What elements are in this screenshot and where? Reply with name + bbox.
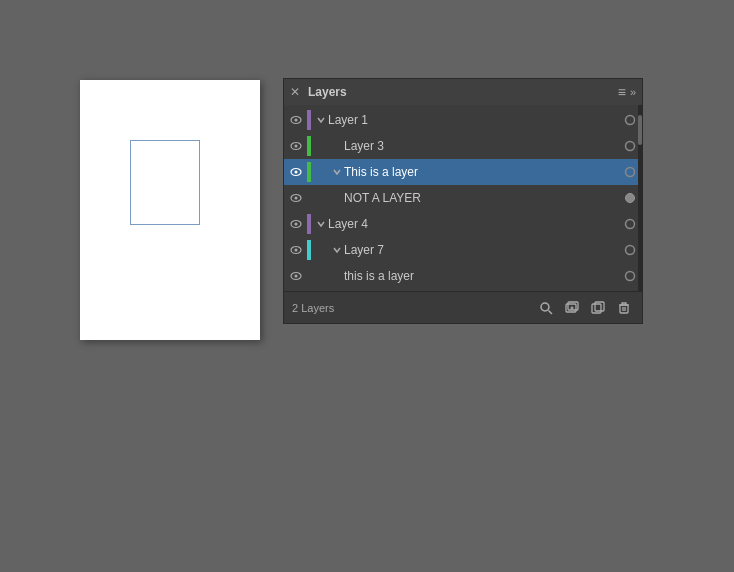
- svg-point-19: [295, 275, 298, 278]
- svg-point-4: [295, 145, 298, 148]
- visibility-icon[interactable]: [288, 216, 304, 232]
- layer-row[interactable]: Layer 4: [284, 211, 642, 237]
- panel-footer: 2 Layers: [284, 291, 642, 323]
- layer-row[interactable]: Layer 1: [284, 107, 642, 133]
- layer-name: Layer 1: [328, 113, 622, 127]
- layer-target-icon[interactable]: [622, 190, 638, 206]
- color-bar: [307, 110, 311, 130]
- expand-arrow[interactable]: [314, 217, 328, 231]
- layer-row[interactable]: Layer 3: [284, 133, 642, 159]
- layer-row[interactable]: Layer 7: [284, 237, 642, 263]
- color-bar: [307, 136, 311, 156]
- svg-point-20: [626, 272, 635, 281]
- layer-row[interactable]: This is a layer: [284, 159, 642, 185]
- visibility-icon[interactable]: [288, 268, 304, 284]
- canvas-shape: [130, 140, 200, 225]
- svg-point-1: [295, 119, 298, 122]
- layer-row[interactable]: NOT A LAYER: [284, 185, 642, 211]
- layer-name: Layer 7: [344, 243, 622, 257]
- expand-arrow[interactable]: [330, 243, 344, 257]
- new-layer-icon[interactable]: [562, 298, 582, 318]
- layer-target-icon[interactable]: [622, 112, 638, 128]
- svg-point-16: [295, 249, 298, 252]
- svg-point-14: [626, 220, 635, 229]
- layer-target-icon[interactable]: [622, 138, 638, 154]
- panel-menu-icon[interactable]: ≡: [618, 84, 626, 100]
- delete-icon[interactable]: [614, 298, 634, 318]
- expand-arrow[interactable]: [314, 113, 328, 127]
- layer-name: Layer 3: [344, 139, 622, 153]
- scrollbar-thumb: [638, 115, 642, 145]
- layer-target-icon[interactable]: [622, 242, 638, 258]
- svg-point-13: [295, 223, 298, 226]
- expand-arrow: [330, 139, 344, 153]
- svg-point-10: [295, 197, 298, 200]
- svg-rect-29: [620, 305, 628, 313]
- color-bar: [307, 188, 311, 208]
- color-bar: [307, 240, 311, 260]
- layer-count: 2 Layers: [292, 302, 334, 314]
- visibility-icon[interactable]: [288, 242, 304, 258]
- layers-list: Layer 1Layer 3This is a layerNOT A LAYER…: [284, 105, 642, 291]
- search-icon[interactable]: [536, 298, 556, 318]
- layer-name: NOT A LAYER: [344, 191, 622, 205]
- layer-name: This is a layer: [344, 165, 622, 179]
- color-bar: [307, 214, 311, 234]
- svg-point-5: [626, 142, 635, 151]
- panel-title: Layers: [308, 85, 618, 99]
- color-bar: [307, 266, 311, 286]
- panel-title-bar: ✕ Layers ≡ »: [284, 79, 642, 105]
- close-icon[interactable]: ✕: [290, 85, 300, 99]
- scrollbar[interactable]: [638, 105, 642, 291]
- svg-point-21: [541, 303, 549, 311]
- expand-arrow: [330, 191, 344, 205]
- layer-target-icon[interactable]: [622, 164, 638, 180]
- panel-collapse-icon[interactable]: »: [630, 86, 636, 98]
- footer-icons: [536, 298, 634, 318]
- svg-point-17: [626, 246, 635, 255]
- svg-line-22: [549, 310, 553, 314]
- svg-point-8: [626, 168, 635, 177]
- color-bar: [307, 162, 311, 182]
- expand-arrow: [330, 269, 344, 283]
- layer-target-icon[interactable]: [622, 216, 638, 232]
- svg-point-2: [626, 116, 635, 125]
- layer-target-icon[interactable]: [622, 268, 638, 284]
- layer-row[interactable]: this is a layer: [284, 263, 642, 289]
- expand-arrow[interactable]: [330, 165, 344, 179]
- duplicate-icon[interactable]: [588, 298, 608, 318]
- canvas-preview: [80, 80, 260, 340]
- visibility-icon[interactable]: [288, 112, 304, 128]
- svg-point-11: [626, 194, 635, 203]
- layer-name: Layer 4: [328, 217, 622, 231]
- visibility-icon[interactable]: [288, 190, 304, 206]
- layer-name: this is a layer: [344, 269, 622, 283]
- visibility-icon[interactable]: [288, 138, 304, 154]
- svg-point-7: [295, 171, 298, 174]
- layers-panel: ✕ Layers ≡ » Layer 1Layer 3This is a lay…: [283, 78, 643, 324]
- visibility-icon[interactable]: [288, 164, 304, 180]
